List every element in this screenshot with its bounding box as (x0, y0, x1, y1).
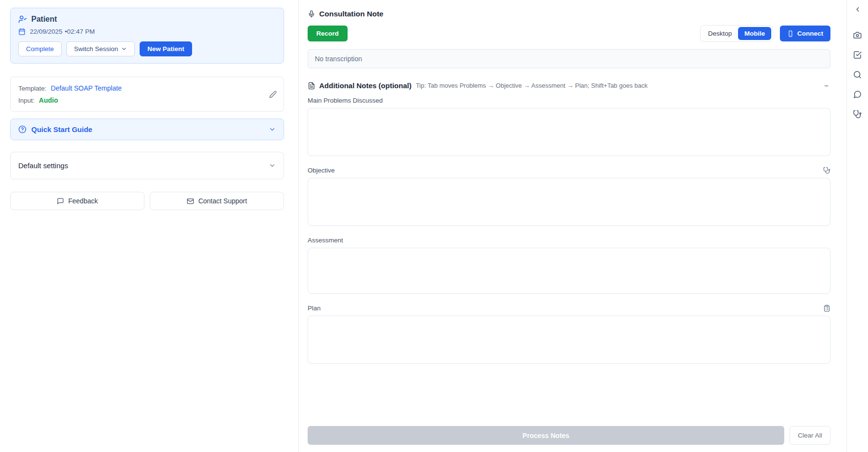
search-icon[interactable] (853, 70, 862, 80)
session-sidebar: Patient 22/09/2025 •02:47 PM Complete Sw… (0, 0, 299, 452)
stethoscope-icon[interactable] (853, 109, 862, 119)
user-check-icon (18, 15, 27, 24)
template-value-link[interactable]: Default SOAP Template (51, 84, 122, 92)
edit-template-icon[interactable] (269, 91, 277, 98)
clipboard-icon[interactable] (823, 305, 830, 312)
file-text-icon (308, 82, 315, 90)
field-label-plan: Plan (308, 305, 321, 312)
additional-notes-title: Additional Notes (optional) (319, 81, 412, 90)
view-mode-toggle: Desktop Mobile (700, 25, 773, 42)
toggle-mobile[interactable]: Mobile (738, 27, 771, 40)
help-circle-icon (18, 125, 26, 133)
calendar-icon (18, 28, 26, 35)
patient-card-title: Patient (31, 15, 57, 24)
stethoscope-icon[interactable] (823, 167, 830, 174)
consultation-note-panel: Consultation Note Record Desktop Mobile … (299, 0, 846, 452)
record-button[interactable]: Record (308, 26, 348, 41)
chevron-down-icon (121, 46, 127, 52)
camera-icon[interactable] (853, 30, 862, 40)
feedback-button[interactable]: Feedback (10, 192, 144, 210)
clear-all-button[interactable]: Clear All (790, 426, 830, 445)
app-root: Patient 22/09/2025 •02:47 PM Complete Sw… (0, 0, 868, 452)
input-label: Input: (18, 97, 35, 104)
template-label: Template: (18, 85, 47, 92)
default-settings-label: Default settings (18, 161, 269, 170)
chevron-down-icon (269, 162, 276, 169)
contact-support-button[interactable]: Contact Support (150, 192, 284, 210)
mail-icon (187, 198, 194, 205)
assessment-textarea[interactable] (308, 248, 830, 294)
default-settings-toggle[interactable]: Default settings (10, 152, 284, 179)
transcription-status: No transcription (308, 49, 830, 68)
page-title: Consultation Note (319, 10, 383, 18)
message-square-icon (57, 198, 64, 205)
tool-rail (846, 0, 868, 452)
field-label-assessment: Assessment (308, 237, 343, 244)
process-notes-button[interactable]: Process Notes (308, 426, 784, 445)
check-square-icon[interactable] (853, 50, 862, 60)
plan-textarea[interactable] (308, 316, 830, 364)
quick-start-label: Quick Start Guide (31, 125, 264, 133)
switch-session-button[interactable]: Switch Session (66, 41, 135, 56)
feedback-label: Feedback (68, 197, 98, 205)
template-card: Template: Default SOAP Template Input: A… (10, 77, 284, 112)
objective-textarea[interactable] (308, 178, 830, 226)
patient-card: Patient 22/09/2025 •02:47 PM Complete Sw… (10, 8, 284, 64)
connect-button[interactable]: Connect (780, 26, 830, 41)
smartphone-icon (787, 30, 794, 37)
session-date: 22/09/2025 (30, 28, 63, 35)
chevron-down-icon (269, 126, 276, 133)
connect-label: Connect (797, 30, 823, 37)
quick-start-guide[interactable]: Quick Start Guide (10, 119, 284, 140)
session-time: •02:47 PM (65, 28, 95, 35)
chat-icon[interactable] (853, 90, 862, 99)
complete-button[interactable]: Complete (18, 41, 62, 56)
field-label-objective: Objective (308, 167, 335, 174)
chevron-left-icon[interactable] (853, 4, 862, 14)
tab-order-tip: Tip: Tab moves Problems → Objective → As… (416, 82, 823, 89)
field-label-main-problems: Main Problems Discussed (308, 97, 383, 104)
collapse-notes-button[interactable]: − (822, 82, 830, 89)
switch-session-label: Switch Session (74, 45, 118, 53)
input-mode-value: Audio (39, 96, 58, 104)
microphone-icon (308, 10, 315, 18)
main-problems-textarea[interactable] (308, 108, 830, 156)
new-patient-button[interactable]: New Patient (140, 41, 192, 56)
toggle-desktop[interactable]: Desktop (702, 27, 738, 40)
contact-support-label: Contact Support (198, 197, 247, 205)
